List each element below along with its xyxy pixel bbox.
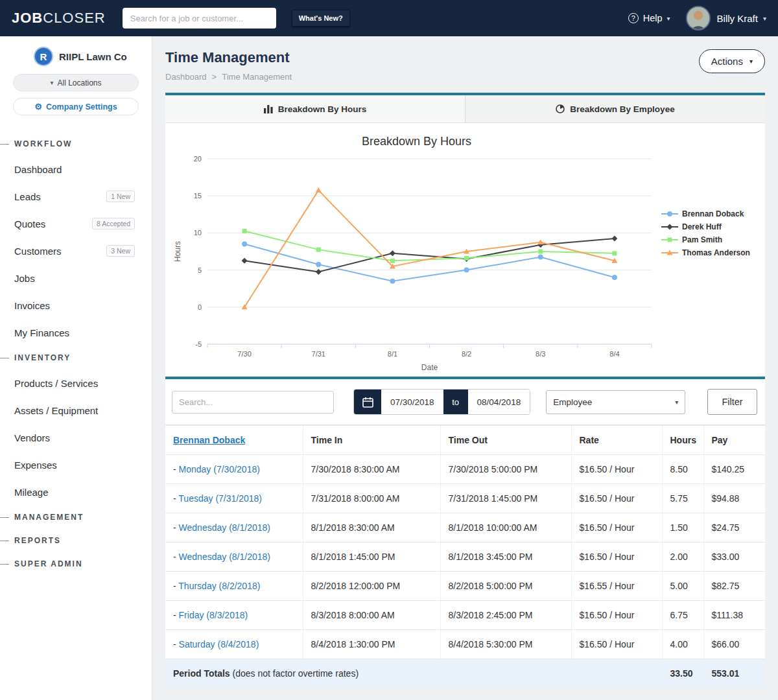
sidebar-item-mileage[interactable]: Mileage <box>0 478 152 506</box>
pay-cell: $24.75 <box>703 513 765 542</box>
time-table-body: - Monday (7/30/2018)7/30/2018 8:30:00 AM… <box>165 455 765 659</box>
rate-cell: $16.50 / Hour <box>571 601 662 630</box>
pay-cell: $33.00 <box>703 542 765 572</box>
day-link[interactable]: Tuesday (7/31/2018) <box>178 493 262 504</box>
hours-cell: 1.50 <box>662 513 703 542</box>
table-row: - Friday (8/3/2018)8/3/2018 8:00:00 AM8/… <box>165 601 765 630</box>
table-search-input[interactable] <box>172 391 334 414</box>
date-range-group: 07/30/2018 to 08/04/2018 <box>353 389 530 415</box>
svg-text:5: 5 <box>198 266 202 274</box>
time-in-cell: 8/1/2018 1:45:00 PM <box>303 542 440 572</box>
day-link[interactable]: Wednesday (8/1/2018) <box>179 522 270 533</box>
sidebar-item-leads[interactable]: Leads1 New <box>0 183 152 210</box>
avatar-image <box>687 7 709 29</box>
legend-item-pam-smith[interactable]: Pam Smith <box>661 235 750 244</box>
sidebar-item-my-finances[interactable]: My Finances <box>0 319 152 346</box>
help-icon: ? <box>628 13 639 23</box>
day-link[interactable]: Monday (7/30/2018) <box>179 464 260 474</box>
date-to-field[interactable]: 08/04/2018 <box>468 390 530 414</box>
whats-new-button[interactable]: What's New? <box>292 10 350 27</box>
sidebar-item-jobs[interactable]: Jobs <box>0 264 152 292</box>
col-header-pay: Pay <box>703 426 765 455</box>
sidebar-item-dashboard[interactable]: Dashboard <box>0 156 152 183</box>
filter-by-select[interactable]: Employee ▾ <box>546 390 685 414</box>
chart-section: Breakdown By Hours 20151050-57/307/318/1… <box>165 123 765 377</box>
calendar-button[interactable] <box>354 390 381 414</box>
app: JOB CLOSER What's New? ? Help ▾ Billy Kr… <box>0 0 778 700</box>
pay-cell: $66.00 <box>703 630 765 659</box>
nav-section-inventory[interactable]: INVENTORY <box>0 346 152 369</box>
period-totals-row: Period Totals (does not factor overtime … <box>165 659 765 688</box>
totals-pay: 553.01 <box>703 659 765 688</box>
hours-cell: 4.00 <box>662 630 703 659</box>
avatar[interactable] <box>686 6 711 30</box>
time-out-cell: 8/4/2018 5:30:00 PM <box>440 630 571 659</box>
col-header-hours: Hours <box>662 426 703 455</box>
table-row: - Wednesday (8/1/2018)8/1/2018 8:30:00 A… <box>165 513 765 542</box>
time-in-cell: 7/30/2018 8:30:00 AM <box>303 455 440 484</box>
pay-cell: $111.38 <box>703 601 765 630</box>
pay-cell: $82.75 <box>703 572 765 601</box>
legend-item-derek-huff[interactable]: Derek Huff <box>661 222 750 231</box>
filter-by-value: Employee <box>553 397 592 407</box>
hours-cell: 5.75 <box>662 484 703 513</box>
section-dash <box>0 358 9 358</box>
legend-item-thomas-anderson[interactable]: Thomas Anderson <box>661 248 750 257</box>
date-from-field[interactable]: 07/30/2018 <box>381 390 443 414</box>
col-header-time-in: Time In <box>303 426 440 455</box>
count-badge: 8 Accepted <box>92 218 135 229</box>
day-link[interactable]: Wednesday (8/1/2018) <box>179 552 270 562</box>
table-row: - Tuesday (7/31/2018)7/31/2018 8:00:00 A… <box>165 484 765 513</box>
time-in-cell: 8/3/2018 8:00:00 AM <box>303 601 440 630</box>
sidebar-item-products-services[interactable]: Products / Services <box>0 369 152 397</box>
all-locations-dropdown[interactable]: ▾ All Locations <box>13 74 139 91</box>
time-entries-table: Brennan Doback Time In Time Out Rate Hou… <box>165 425 765 688</box>
table-row: - Monday (7/30/2018)7/30/2018 8:30:00 AM… <box>165 455 765 484</box>
sidebar-item-customers[interactable]: Customers3 New <box>0 237 152 264</box>
actions-button[interactable]: Actions ▾ <box>699 49 765 73</box>
nav-section-workflow[interactable]: WORKFLOW <box>0 132 152 156</box>
section-dash <box>0 517 9 518</box>
svg-text:7/31: 7/31 <box>312 350 325 358</box>
sidebar-item-assets-equipment[interactable]: Assets / Equipment <box>0 397 152 424</box>
company-logo: R <box>34 47 53 66</box>
legend-marker-icon <box>661 249 678 257</box>
nav-section-management[interactable]: MANAGEMENT <box>0 506 152 529</box>
svg-text:20: 20 <box>194 155 202 163</box>
day-link[interactable]: Friday (8/3/2018) <box>179 610 248 620</box>
day-link[interactable]: Thursday (8/2/2018) <box>178 581 260 591</box>
day-cell: - Thursday (8/2/2018) <box>165 572 303 601</box>
layout: R RIIPL Lawn Co ▾ All Locations ⚙ Compan… <box>0 36 778 700</box>
breadcrumb-dashboard[interactable]: Dashboard <box>165 72 207 82</box>
legend-item-brennan-doback[interactable]: Brennan Doback <box>661 209 750 218</box>
sidebar-nav: WORKFLOWDashboardLeads1 NewQuotes8 Accep… <box>0 132 152 576</box>
day-cell: - Wednesday (8/1/2018) <box>165 542 303 572</box>
sidebar-item-expenses[interactable]: Expenses <box>0 451 152 478</box>
nav-section-reports[interactable]: REPORTS <box>0 529 152 552</box>
filter-button[interactable]: Filter <box>707 389 757 415</box>
hours-cell: 2.00 <box>662 542 703 572</box>
table-header-row: Brennan Doback Time In Time Out Rate Hou… <box>165 426 765 455</box>
tab-breakdown-by-hours[interactable]: Breakdown By Hours <box>165 95 465 122</box>
rate-cell: $16.55 / Hour <box>571 572 662 601</box>
date-to-button[interactable]: to <box>443 390 468 414</box>
global-search-input[interactable] <box>123 8 276 29</box>
main-content: Time Management Dashboard > Time Managem… <box>152 36 778 700</box>
app-logo[interactable]: JOB CLOSER <box>12 10 106 27</box>
tab-breakdown-by-employee[interactable]: Breakdown By Employee <box>465 95 765 122</box>
help-menu[interactable]: ? Help ▾ <box>628 13 670 23</box>
svg-text:7/30: 7/30 <box>237 350 251 358</box>
sidebar-item-invoices[interactable]: Invoices <box>0 292 152 319</box>
employee-name-link[interactable]: Brennan Doback <box>173 435 245 445</box>
time-in-cell: 8/1/2018 8:30:00 AM <box>303 513 440 542</box>
day-cell: - Friday (8/3/2018) <box>165 601 303 630</box>
count-badge: 1 New <box>106 191 135 202</box>
sidebar-item-quotes[interactable]: Quotes8 Accepted <box>0 210 152 237</box>
hours-cell: 6.75 <box>662 601 703 630</box>
nav-section-super-admin[interactable]: SUPER ADMIN <box>0 552 152 576</box>
sidebar-item-vendors[interactable]: Vendors <box>0 424 152 451</box>
section-dash <box>0 564 9 565</box>
company-settings-button[interactable]: ⚙ Company Settings <box>13 98 139 115</box>
user-menu[interactable]: Billy Kraft ▾ <box>717 13 766 24</box>
day-link[interactable]: Saturday (8/4/2018) <box>179 639 259 649</box>
